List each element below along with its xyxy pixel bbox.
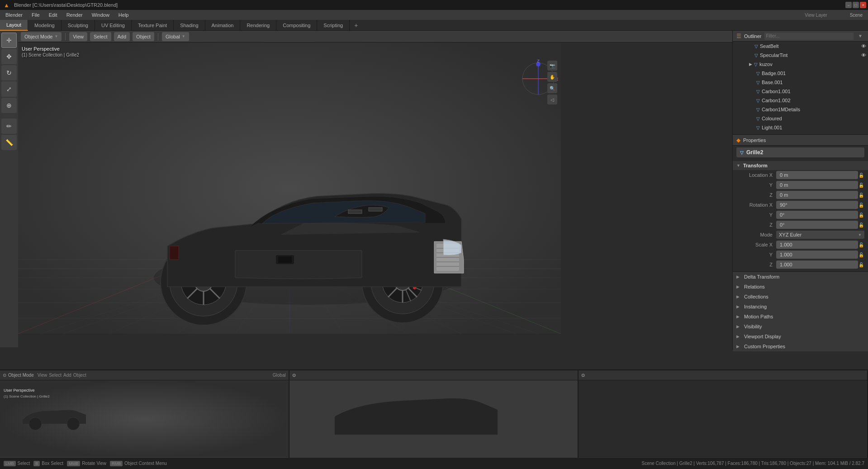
outliner-item-light001[interactable]: ▽ Light.001 <box>733 123 868 132</box>
bottom-add-label: Add <box>63 373 71 378</box>
outliner-item-base001[interactable]: ▽ Base.001 <box>733 78 868 87</box>
tab-texture-paint[interactable]: Texture Paint <box>132 20 174 31</box>
collections-arrow: ▶ <box>736 294 740 299</box>
global-dropdown[interactable]: Global ▼ <box>162 32 189 41</box>
zoom-icon[interactable]: 🔍 <box>547 83 557 93</box>
visibility-header[interactable]: ▶ Visibility <box>733 322 868 332</box>
menu-render[interactable]: Render <box>65 11 85 19</box>
hand-tool-icon[interactable]: ✋ <box>547 72 557 82</box>
rotation-z-lock[interactable]: 🔓 <box>858 223 864 227</box>
object-menu[interactable]: Object <box>133 32 154 41</box>
location-x-value[interactable]: 0 m <box>776 171 858 179</box>
vis-icon[interactable]: 👁 <box>861 52 866 58</box>
stats-text: Scene Collection | Grille2 | Verts:106,7… <box>641 461 864 466</box>
select-menu[interactable]: Select <box>90 32 111 41</box>
bottom-mode-text: Object Mode <box>8 373 34 378</box>
tab-rendering[interactable]: Rendering <box>240 20 276 31</box>
visibility-icon[interactable]: 👁 <box>861 43 866 49</box>
scale-z-lock[interactable]: 🔓 <box>858 262 864 267</box>
location-z-value[interactable]: 0 m <box>776 191 858 199</box>
custom-properties-header[interactable]: ▶ Custom Properties <box>733 341 868 351</box>
main-viewport[interactable]: Z X Y User Perspective (1) Scene Collect… <box>18 43 561 334</box>
relations-label: Relations <box>744 284 765 289</box>
rotation-x-lock[interactable]: 🔓 <box>858 203 864 208</box>
rotate-tool[interactable]: ↻ <box>1 65 17 81</box>
scale-x-lock[interactable]: 🔓 <box>858 242 864 247</box>
transform-tool[interactable]: ⊕ <box>1 98 17 113</box>
scene-selector[interactable]: Scene <box>848 12 864 19</box>
tab-compositing[interactable]: Compositing <box>276 20 317 31</box>
object-data-icon: ▽ <box>740 150 744 155</box>
tab-scripting[interactable]: Scripting <box>317 20 350 31</box>
bottom-viewport-1[interactable]: ⊙ Object Mode View Select Add Object Glo… <box>0 370 289 458</box>
tab-animation[interactable]: Animation <box>205 20 241 31</box>
tab-sculpting[interactable]: Sculpting <box>62 20 95 31</box>
outliner-item-carbon002[interactable]: ▽ Carbon1.002 <box>733 96 868 105</box>
menu-blender[interactable]: Blender <box>4 11 24 19</box>
rotation-mode-dropdown[interactable]: XYZ Euler ▼ <box>776 231 864 239</box>
scale-y-value[interactable]: 1.000 <box>776 251 858 259</box>
relations-header[interactable]: ▶ Relations <box>733 282 868 292</box>
scale-y-lock[interactable]: 🔓 <box>858 252 864 257</box>
menu-edit[interactable]: Edit <box>47 11 59 19</box>
transform-header[interactable]: ▼ Transform <box>733 161 868 170</box>
tab-layout[interactable]: Layout <box>0 20 28 31</box>
rotation-y-lock[interactable]: 🔓 <box>858 213 864 218</box>
collections-header[interactable]: ▶ Collections <box>733 292 868 302</box>
instancing-header[interactable]: ▶ Instancing <box>733 302 868 312</box>
location-x-lock[interactable]: 🔓 <box>858 173 864 178</box>
object-mode-dropdown[interactable]: Object Mode ▼ <box>21 32 62 41</box>
delta-transform-header[interactable]: ▶ Delta Transform <box>733 272 868 282</box>
location-z-lock[interactable]: 🔓 <box>858 193 864 198</box>
object-name-field[interactable]: ▽ Grille2 <box>736 147 864 157</box>
location-y-value[interactable]: 0 m <box>776 181 858 189</box>
menu-help[interactable]: Help <box>117 11 131 19</box>
svg-rect-47 <box>170 246 179 260</box>
tab-add[interactable]: + <box>350 22 362 29</box>
mouse-left-icon: LMB <box>4 461 16 466</box>
tab-uv-editing[interactable]: UV Editing <box>95 20 132 31</box>
outliner-item-speculartint[interactable]: ▽ SpecularTint 👁 <box>733 51 868 60</box>
annotate-tool[interactable]: ✏ <box>1 118 17 134</box>
move-tool[interactable]: ✥ <box>1 49 17 64</box>
measure-tool[interactable]: 📏 <box>1 135 17 150</box>
outliner-item-carbon1mdetails[interactable]: ▽ Carbon1MDetails <box>733 105 868 114</box>
location-y-row: Y 0 m 🔓 <box>733 180 868 190</box>
view-menu[interactable]: View <box>69 32 87 41</box>
scale-tool[interactable]: ⤢ <box>1 81 17 97</box>
outliner-item-kuzov[interactable]: ▶ ▽ kuzov <box>733 60 868 69</box>
outliner-item-carbon001[interactable]: ▽ Carbon1.001 <box>733 87 868 96</box>
location-y-lock[interactable]: 🔓 <box>858 183 864 188</box>
outliner-search[interactable] <box>764 33 854 40</box>
menu-window[interactable]: Window <box>90 11 111 19</box>
close-button[interactable]: ✕ <box>860 2 866 8</box>
mesh-icon7: ▽ <box>756 107 760 112</box>
tab-shading[interactable]: Shading <box>174 20 205 31</box>
outliner-filter-btn[interactable]: ▼ <box>856 33 864 38</box>
scale-x-value[interactable]: 1.000 <box>776 241 858 249</box>
camera-view-icon[interactable]: 📷 <box>547 61 557 71</box>
menu-file[interactable]: File <box>30 11 42 19</box>
maximize-button[interactable]: □ <box>853 2 859 8</box>
scale-z-value[interactable]: 1.000 <box>776 261 858 269</box>
viewport-display-header[interactable]: ▶ Viewport Display <box>733 332 868 341</box>
bottom-viewport-3[interactable]: ⊙ <box>579 370 868 458</box>
add-menu[interactable]: Add <box>114 32 130 41</box>
sidebar-toggle-icon[interactable]: ◁ <box>547 95 557 104</box>
motion-paths-header[interactable]: ▶ Motion Paths <box>733 312 868 322</box>
outliner-item-badge001[interactable]: ▽ Badge.001 <box>733 69 868 78</box>
bottom-viewport-2[interactable]: ⊙ <box>289 370 579 458</box>
cursor-tool[interactable]: ✛ <box>1 33 17 48</box>
tab-modeling[interactable]: Modeling <box>28 20 62 31</box>
location-y-label: Y <box>740 182 776 188</box>
viewport-toolbar: ✛ ✥ ↻ ⤢ ⊕ ✏ 📏 <box>0 31 18 347</box>
rotation-y-value[interactable]: 0° <box>776 211 858 219</box>
rotation-x-value[interactable]: 90° <box>776 201 858 209</box>
outliner-item-coloured[interactable]: ▽ Coloured <box>733 114 868 123</box>
rotation-z-value[interactable]: 0° <box>776 221 858 229</box>
scale-y-row: Y 1.000 🔓 <box>733 250 868 260</box>
mmb-icon: MMB <box>67 461 80 466</box>
outliner-item-seatbelt[interactable]: ▽ SeatBelt 👁 <box>733 42 868 51</box>
svg-rect-65 <box>579 380 867 457</box>
minimize-button[interactable]: – <box>845 2 852 8</box>
